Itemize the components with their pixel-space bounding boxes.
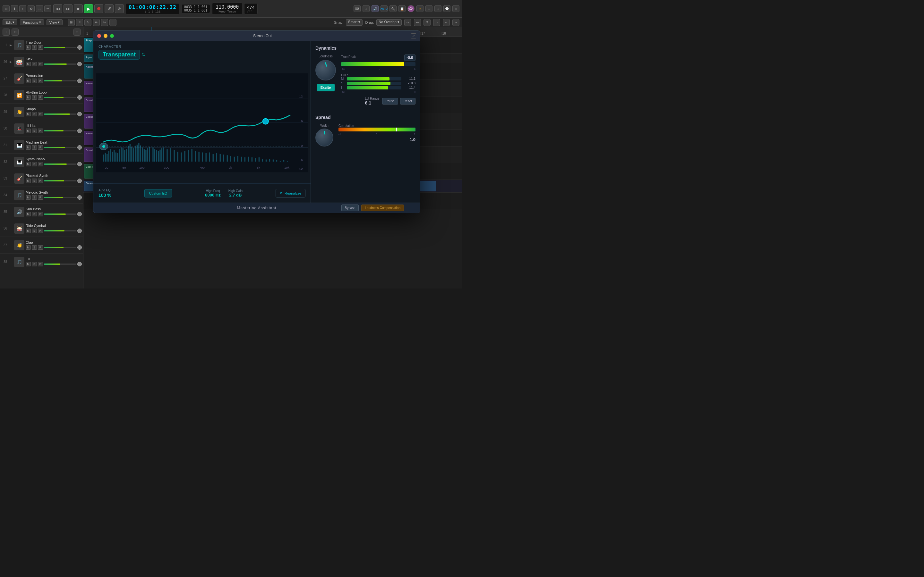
time-signature[interactable]: 4/4 /16 (244, 3, 257, 15)
fold-btn[interactable]: ⊟ (11, 29, 19, 35)
record-arm-btn[interactable]: R (38, 195, 43, 200)
arrow-btn[interactable]: ↕ (110, 19, 116, 26)
excite-button[interactable]: Excite (317, 84, 334, 91)
loop-button[interactable]: ⟳ (115, 4, 124, 13)
track-expand-btn[interactable] (8, 210, 13, 214)
reanalyze-button[interactable]: ↺ Reanalyze (276, 189, 305, 197)
track-row[interactable]: 36 🥁 Ride Cymbal M S R (0, 220, 83, 237)
mute-btn[interactable]: M (26, 62, 31, 66)
share-btn[interactable]: ⬆ (452, 5, 459, 12)
record-arm-btn[interactable]: R (38, 62, 43, 66)
solo-btn[interactable]: S (32, 229, 37, 233)
custom-eq-button[interactable]: Custom EQ (144, 189, 172, 197)
loudness-knob[interactable] (315, 60, 336, 81)
expand-btn[interactable]: ⇕ (423, 19, 431, 26)
record-arm-btn[interactable]: R (38, 245, 43, 250)
track-fader[interactable] (44, 63, 76, 65)
solo-btn[interactable]: S (32, 62, 37, 66)
mute-btn[interactable]: M (26, 262, 31, 266)
track-expand-btn[interactable] (8, 76, 13, 81)
track-volume-knob[interactable] (78, 245, 82, 250)
mute-btn[interactable]: M (26, 95, 31, 100)
solo-btn[interactable]: S (32, 179, 37, 183)
track-row[interactable]: 29 👏 Snaps M S R (0, 103, 83, 120)
character-up-down-icon[interactable]: ⇅ (142, 53, 145, 57)
track-volume-knob[interactable] (78, 145, 82, 150)
track-expand-btn[interactable] (8, 143, 13, 147)
track-volume-knob[interactable] (78, 112, 82, 116)
mute-btn[interactable]: M (26, 229, 31, 233)
solo-btn[interactable]: S (32, 212, 37, 216)
track-row[interactable]: 30 🎩 Hi-Hat M S R (0, 120, 83, 137)
key-commands-btn[interactable]: ⌨ (354, 5, 360, 12)
track-volume-knob[interactable] (78, 129, 82, 133)
track-expand-btn[interactable] (8, 110, 13, 114)
track-volume-knob[interactable] (78, 212, 82, 216)
solo-btn[interactable]: S (32, 195, 37, 200)
track-expand-btn[interactable] (8, 126, 13, 131)
info-btn[interactable]: ℹ (11, 5, 18, 12)
loudness-compensation-button[interactable]: Loudness Compensation (361, 205, 404, 211)
solo-btn[interactable]: S (32, 145, 37, 150)
mute-btn[interactable]: M (26, 245, 31, 250)
tempo-display[interactable]: 110.0000 Keep Tempo (212, 3, 242, 15)
expand-window-icon[interactable]: ⤢ (411, 33, 416, 39)
plugin-btn[interactable]: 🔌 (389, 5, 397, 12)
track-fader[interactable] (44, 230, 76, 231)
minimize-button[interactable] (103, 34, 107, 38)
reset-button[interactable]: Reset (400, 98, 415, 105)
track-fader[interactable] (44, 180, 76, 181)
track-fader[interactable] (44, 80, 76, 81)
score-btn[interactable]: ♪ (363, 5, 370, 12)
solo-btn[interactable]: S (32, 162, 37, 166)
track-volume-knob[interactable] (78, 262, 82, 266)
browser-btn[interactable]: ⊟ (435, 5, 441, 12)
solo-btn[interactable]: S (32, 262, 37, 266)
fast-forward-button[interactable]: ⏭ (63, 4, 73, 13)
track-fader[interactable] (44, 97, 76, 98)
solo-btn[interactable]: S (32, 79, 37, 83)
mute-btn[interactable]: M (26, 79, 31, 83)
track-expand-btn[interactable] (8, 93, 13, 97)
track-fader[interactable] (44, 263, 76, 265)
loudness-knob-container[interactable] (315, 60, 336, 81)
record-button[interactable] (94, 4, 103, 13)
record-arm-btn[interactable]: R (38, 129, 43, 133)
record-arm-btn[interactable]: R (38, 95, 43, 100)
track-row[interactable]: 31 🎹 Machine Beat M S R (0, 137, 83, 153)
track-row[interactable]: 26 ▶ 🥁 Kick M S R (0, 53, 83, 70)
lib-btn[interactable]: ⊞ (3, 5, 10, 12)
edit-menu[interactable]: Edit ▾ (3, 19, 17, 25)
solo-btn[interactable]: S (32, 129, 37, 133)
stop-button[interactable]: ■ (74, 4, 83, 13)
track-fader[interactable] (44, 213, 76, 215)
automation-btn[interactable]: ☷ (36, 5, 43, 12)
align-btn[interactable]: ⇔ (414, 19, 421, 26)
track-expand-btn[interactable] (8, 193, 13, 197)
track-settings-btn[interactable]: ⊡ (73, 29, 81, 35)
track-fader[interactable] (44, 197, 76, 198)
solo-btn[interactable]: S (32, 95, 37, 100)
track-fader[interactable] (44, 47, 76, 48)
track-volume-knob[interactable] (78, 45, 82, 50)
snap-select[interactable]: Smart ▾ (346, 19, 363, 26)
track-expand-btn[interactable]: ▶ (8, 43, 13, 47)
view-menu[interactable]: View ▾ (47, 19, 63, 25)
track-row[interactable]: 37 👏 Clap M S R (0, 237, 83, 253)
mute-btn[interactable]: M (26, 129, 31, 133)
track-volume-knob[interactable] (78, 179, 82, 183)
track-fader[interactable] (44, 163, 76, 165)
record-arm-btn[interactable]: R (38, 262, 43, 266)
track-volume-knob[interactable] (78, 195, 82, 200)
track-fader[interactable] (44, 247, 76, 248)
volume-btn[interactable]: 🔊 (372, 5, 379, 12)
record-arm-btn[interactable]: R (38, 162, 43, 166)
drag-select[interactable]: No Overlap ▾ (376, 19, 402, 26)
close-button[interactable] (97, 34, 101, 38)
track-row[interactable]: 35 🔊 Sub Bass M S R (0, 203, 83, 220)
record-arm-btn[interactable]: R (38, 45, 43, 50)
record-arm-btn[interactable]: R (38, 112, 43, 116)
bypass-button[interactable]: Bypass (341, 205, 359, 211)
add-track-btn[interactable]: + (3, 29, 10, 35)
track-expand-btn[interactable] (8, 226, 13, 231)
